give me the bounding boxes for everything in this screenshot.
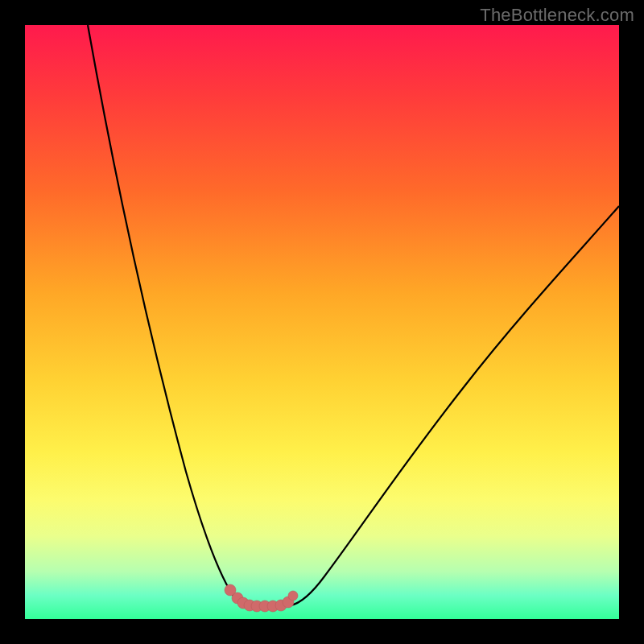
trough-marker-group <box>225 584 298 612</box>
trough-marker <box>288 591 298 601</box>
watermark-text: TheBottleneck.com <box>480 5 634 26</box>
chart-plot-area <box>25 25 619 619</box>
curve-left-branch <box>88 25 249 605</box>
chart-svg <box>25 25 619 619</box>
curve-right-branch <box>291 206 619 605</box>
